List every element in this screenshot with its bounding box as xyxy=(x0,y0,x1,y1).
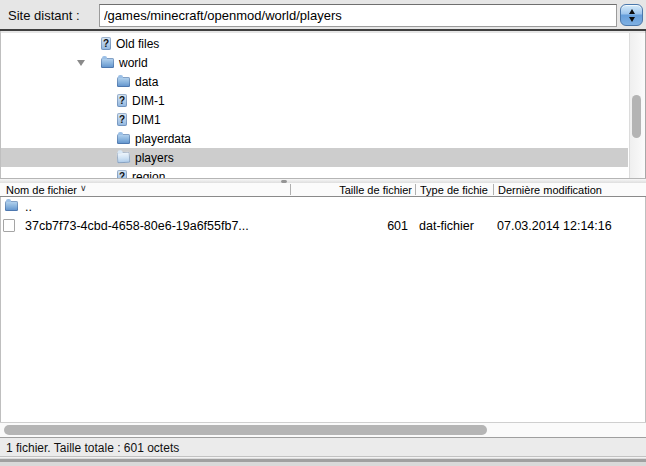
tree-vertical-scrollbar[interactable] xyxy=(629,33,645,178)
column-header-type[interactable]: Type de fichie xyxy=(420,184,493,196)
file-icon xyxy=(3,219,15,232)
remote-file-list: ..37cb7f73-4cbd-4658-80e6-19a6f55fb7...6… xyxy=(0,197,646,422)
tree-item-label: region xyxy=(132,170,165,179)
folder-icon xyxy=(117,134,130,144)
tree-item-label: players xyxy=(135,151,174,165)
tree-item-label: data xyxy=(135,75,158,89)
tree-item-region[interactable]: ?region xyxy=(1,167,628,178)
file-type-cell: dat-fichier xyxy=(419,219,474,233)
column-header-modified[interactable]: Dernière modification xyxy=(498,184,602,196)
unknown-icon: ? xyxy=(117,170,127,178)
column-separator[interactable] xyxy=(415,184,416,195)
tree-item-label: playerdata xyxy=(135,132,191,146)
folder-icon xyxy=(117,77,130,87)
file-list-header: Nom de fichier ∨ Taille de fichier Type … xyxy=(0,183,646,197)
folder-open-icon xyxy=(117,152,131,164)
tree-item-label: world xyxy=(119,56,148,70)
stepper-up-icon[interactable] xyxy=(629,9,635,14)
file-row-[interactable]: .. xyxy=(0,198,646,217)
tree-item-players[interactable]: players xyxy=(1,148,628,167)
tree-item-old-files[interactable]: ?Old files xyxy=(1,34,628,53)
unknown-icon: ? xyxy=(101,37,111,50)
tree-scrollbar-thumb[interactable] xyxy=(632,95,641,138)
tree-item-world[interactable]: world xyxy=(1,53,628,72)
remote-directory-tree: ?Old filesworlddata?DIM-1?DIM1playerdata… xyxy=(0,33,646,178)
unknown-icon: ? xyxy=(117,94,127,107)
sort-descending-icon: ∨ xyxy=(80,183,86,193)
column-separator[interactable] xyxy=(493,184,494,195)
remote-site-bar: Site distant : xyxy=(0,0,646,31)
file-name-cell: .. xyxy=(25,200,32,214)
tree-item-label: DIM-1 xyxy=(132,94,165,108)
column-header-name[interactable]: Nom de fichier xyxy=(6,184,77,196)
tree-item-label: DIM1 xyxy=(132,113,161,127)
folder-icon xyxy=(5,201,18,211)
tree-item-dim-1[interactable]: ?DIM-1 xyxy=(1,91,628,110)
disclosure-triangle-icon[interactable] xyxy=(77,60,85,66)
column-header-size[interactable]: Taille de fichier xyxy=(295,184,412,196)
tree-item-playerdata[interactable]: playerdata xyxy=(1,129,628,148)
remote-site-label: Site distant : xyxy=(8,8,80,23)
unknown-icon: ? xyxy=(117,113,127,126)
window-bottom-edge xyxy=(0,456,646,466)
folder-icon xyxy=(101,58,114,68)
remote-path-input[interactable] xyxy=(99,4,617,27)
column-separator[interactable] xyxy=(290,184,291,195)
status-text: 1 fichier. Taille totale : 601 octets xyxy=(6,441,179,455)
file-size-cell: 601 xyxy=(295,219,408,233)
file-modified-cell: 07.03.2014 12:14:16 xyxy=(497,219,612,233)
path-history-stepper[interactable] xyxy=(620,4,643,26)
file-row-37cb7f73-4cbd-4658-80e6-19a6f55fb7[interactable]: 37cb7f73-4cbd-4658-80e6-19a6f55fb7...601… xyxy=(0,217,646,236)
stepper-down-icon[interactable] xyxy=(629,17,635,22)
file-list-horizontal-scrollbar[interactable] xyxy=(0,422,646,437)
status-bar: 1 fichier. Taille totale : 601 octets xyxy=(0,437,646,456)
horizontal-scrollbar-thumb[interactable] xyxy=(4,425,487,435)
tree-item-data[interactable]: data xyxy=(1,72,628,91)
file-name-cell: 37cb7f73-4cbd-4658-80e6-19a6f55fb7... xyxy=(25,219,249,233)
tree-item-label: Old files xyxy=(116,37,159,51)
ftp-client-remote-panel: { "topbar": { "label": "Site distant :",… xyxy=(0,0,646,466)
tree-item-dim1[interactable]: ?DIM1 xyxy=(1,110,628,129)
